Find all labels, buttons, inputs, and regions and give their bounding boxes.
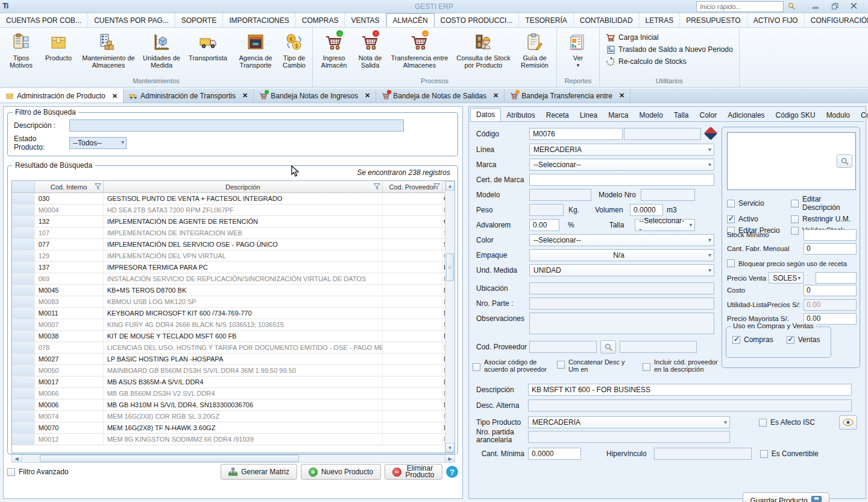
peso-input[interactable] [529,204,564,216]
menu-tab-letras[interactable]: LETRAS [640,13,681,27]
table-row[interactable]: M0074 MEM 16G(2X8) COR RGB SL 3.20GZ M [12,411,445,422]
ribbon-button-agencia-de-transporte[interactable]: Agencia de Transporte [233,30,278,76]
doc-tab-bandeja-de-notas-de-salidas[interactable]: Bandeja de Notas de Salidas ✕ [376,89,505,103]
row-selector[interactable] [12,296,35,307]
restringir-um-checkbox[interactable]: Restringir U.M. [791,215,857,223]
ribbon-button-mantenimiento-de-almacenes[interactable]: Mantenimiento de Almacenes [77,30,140,76]
guardar-producto-button[interactable]: Guardar Producto [743,492,829,502]
talla-select[interactable]: --Seleccionar-- [635,219,695,231]
close-icon[interactable]: ✕ [242,92,248,100]
table-row[interactable]: 030 GESTISOL PUNTO DE VENTA + FACTESOL I… [12,193,445,205]
table-row[interactable]: 132 IMPLEMENTACIÓN DE AGENTE DE RETENCIÓ… [12,216,445,227]
table-row[interactable]: M0011 KEYBOARD MICROSOFT KIT 600 /734-76… [12,308,445,319]
detail-tab-atributos[interactable]: Atributos [501,109,540,121]
precio-venta-input[interactable] [816,272,857,284]
moneda-select[interactable]: SOLES [769,272,804,284]
table-row[interactable]: M0050 MAINBOARD GB B560M DS3H S/V/L DDR4… [12,365,445,376]
table-row[interactable]: M0017 MB ASUS B365M-A S/V/L DDR4 M [12,376,445,388]
quick-search-input[interactable] [697,3,786,10]
modelo-nro-input[interactable] [641,189,695,201]
doc-tab-administración-de-transportis[interactable]: Administración de Transportis ✕ [124,89,254,103]
ribbon-button-re-calculo-de-stocks[interactable]: Re-calculo de Stocks [606,57,687,66]
nro-parte-input[interactable] [529,297,714,310]
vertical-scroll-thumb[interactable]: ≡ [446,253,454,281]
table-row[interactable]: 078 LICENCIAS DEL USO, HOSTING Y TARIFA … [12,342,445,354]
doc-tab-bandeja-transferencia-entre[interactable]: Bandeja Transferencia entre ✕ [505,89,631,103]
hipervinculo-input[interactable] [654,448,752,460]
product-image-box[interactable] [727,132,856,190]
codigo-diamond-icon[interactable] [706,129,715,140]
servicio-checkbox[interactable]: Servicio [727,195,791,212]
row-selector[interactable] [12,250,35,261]
row-selector[interactable] [12,227,35,238]
detail-tab-receta[interactable]: Receta [541,109,574,121]
table-row[interactable]: 077 IMPLEMENTACIÓN DEL SERVICIO OSE - PA… [12,239,445,250]
quick-search-box[interactable] [696,1,784,12]
menu-tab-almacén[interactable]: ALMACÉN [386,13,435,27]
tipo-producto-select[interactable]: MERCADERIA [528,416,730,428]
results-grid[interactable]: Cod. Interno Descripción Cod. Proveedor … [11,180,455,453]
ribbon-button-unidades-de-medida[interactable]: Unidades de Medida [140,30,183,76]
ribbon-button-traslado-de-saldo-a-nuevo-periodo[interactable]: Traslado de Saldo a Nuevo Periodo [606,45,733,54]
menu-tab-contabilidad[interactable]: CONTABILIDAD [574,13,640,27]
table-row[interactable]: 137 IMPRESORA TERMICA PARA PC F [12,262,445,273]
incluir-cod-checkbox[interactable]: Incluir cód. proveedor en la descripción [643,358,720,373]
asociar-codigo-checkbox[interactable]: Asociar código de acuerdo al proveedor [473,358,549,373]
grid-help-icon[interactable]: ? [446,466,458,478]
estado-producto-select[interactable]: --Todos-- [69,137,127,149]
table-row[interactable]: 069 INSTALACIÓN SERVICIO DE REPLICACIÓN/… [12,273,445,285]
scroll-up-icon[interactable]: ▲ [445,181,454,191]
row-selector[interactable] [12,205,35,215]
scroll-down-icon[interactable]: ▼ [445,443,454,453]
ribbon-button-transportista[interactable]: Transportista [183,30,233,76]
eliminar-producto-button[interactable]: − Eliminar Producto [385,464,442,480]
row-selector[interactable] [12,193,35,204]
row-selector[interactable] [12,285,35,296]
ribbon-button-ingreso-almacén[interactable]: ↓Ingreso Almacén [315,30,353,76]
detail-tab-color[interactable]: Color [694,109,723,121]
doc-tab-bandeja-notas-de-ingresos[interactable]: Bandeja Notas de Ingresos ✕ [254,89,376,103]
ribbon-button-carga-inicial[interactable]: Carga Inicial [606,33,659,42]
ribbon-button-nota-de-salida[interactable]: ↑Nota de Salida [353,30,388,76]
nombre-proveedor-input[interactable] [620,341,697,353]
menu-tab-presupuesto[interactable]: PRESUPUESTO [680,13,747,27]
linea-select[interactable]: MERCADERIA [529,144,714,156]
menu-tab-costo-producci-[interactable]: COSTO PRODUCCI... [435,13,520,27]
detail-tab-adicionales[interactable]: Adicionales [722,109,770,121]
detail-tab-datos[interactable]: Datos [470,108,501,121]
detail-tab-modelo[interactable]: Modelo [634,109,668,121]
ribbon-button-guía-de-remisión[interactable]: Guía de Remisión [515,30,554,76]
und-medida-select[interactable]: UNIDAD [529,264,714,276]
row-selector[interactable] [12,365,35,376]
table-row[interactable]: M0066 MB GB B560M DS3H V2 SVL DDR4 M [12,388,445,399]
row-selector[interactable] [12,262,35,273]
ribbon-button-ver[interactable]: Ver▼ [559,30,597,76]
close-icon[interactable]: ✕ [619,92,624,100]
observaciones-input[interactable] [529,313,714,334]
menu-tab-configuración[interactable]: CONFIGURACIÓN [805,13,868,27]
menu-tab-tesorería[interactable]: TESORERÍA [519,13,573,27]
doc-tab-administración-de-producto[interactable]: Administración de Producto ✕ [0,89,124,103]
menu-tab-compras[interactable]: COMPRAS [296,13,345,27]
row-selector[interactable] [12,411,35,422]
row-selector[interactable] [12,216,35,227]
restore-button[interactable] [827,1,843,11]
detail-tab-código-sku[interactable]: Código SKU [770,109,821,121]
minimize-button[interactable] [808,1,823,11]
close-icon[interactable]: ✕ [365,92,370,100]
ubicacion-input[interactable] [529,282,714,294]
cant-fabr-input[interactable]: 0 [804,243,857,255]
close-icon[interactable]: ✕ [493,92,498,100]
vertical-scrollbar[interactable]: ▲ ≡ ▼ [445,181,454,453]
eye-icon[interactable] [839,415,857,430]
table-row[interactable]: M0070 MEM 16G(2X8) TF N-HAWK 3.60GZ M [12,422,445,434]
activo-checkbox[interactable]: Activo [727,215,791,223]
detail-tab-linea[interactable]: Linea [574,109,603,121]
color-select[interactable]: --Seleccionar-- [529,234,714,246]
menu-tab-cuentas-por-pag-[interactable]: CUENTAS POR PAG... [88,13,175,27]
row-selector[interactable] [12,342,35,353]
advalorem-input[interactable]: 0.00 [529,219,559,231]
row-selector[interactable] [12,422,35,433]
empaque-select[interactable]: N/a [529,249,714,261]
row-selector[interactable] [12,434,35,445]
